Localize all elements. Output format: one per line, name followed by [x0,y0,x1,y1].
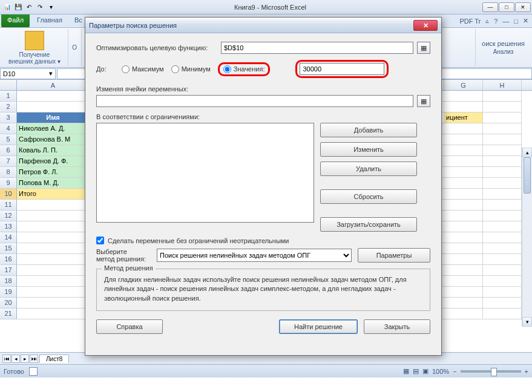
cell[interactable] [483,189,522,200]
cell[interactable] [483,113,522,123]
cell[interactable] [444,298,483,309]
zoom-level[interactable]: 100% [432,368,449,375]
sheet-nav-first-icon[interactable]: ⏮ [2,354,11,363]
ribbon-win-close-icon[interactable]: ✕ [523,17,528,25]
params-button[interactable]: Параметры [358,248,430,263]
zoom-in-icon[interactable]: + [525,368,528,375]
ribbon-win-max-icon[interactable]: □ [514,18,518,25]
undo-icon[interactable]: ↶ [24,2,34,12]
row-header[interactable]: 4 [0,123,17,134]
redo-icon[interactable]: ↷ [35,2,45,12]
changing-input[interactable] [96,95,413,107]
change-constraint-button[interactable]: Изменить [320,142,417,157]
get-external-data-button[interactable]: Получение внешних данных ▾ [6,30,63,66]
cell[interactable] [483,276,522,287]
radio-max[interactable]: Максимум [122,65,164,73]
row-header[interactable]: 14 [0,232,17,243]
sheet-tab[interactable]: Лист8 [39,354,69,363]
cell[interactable] [483,200,522,211]
row-header[interactable]: 11 [0,200,17,211]
select-all-corner[interactable] [0,80,17,90]
cell[interactable] [444,309,483,319]
reset-button[interactable]: Сбросить [320,189,417,204]
namebox-dropdown-icon[interactable]: ▾ [49,70,53,77]
solver-link[interactable]: оиск решения [482,40,525,47]
cell[interactable] [444,276,483,287]
tab-home[interactable]: Главная [31,15,68,27]
close-button[interactable]: Закрыть [364,319,430,334]
dialog-close-button[interactable]: ✕ [413,20,438,31]
row-header[interactable]: 13 [0,221,17,232]
cell[interactable]: Петров Ф. Л. [17,167,90,178]
cell[interactable] [483,211,522,221]
cell[interactable] [483,167,522,178]
ribbon-minimize-icon[interactable]: ▵ [485,17,489,25]
macro-record-icon[interactable] [29,367,38,376]
objective-ref-button[interactable]: ▦ [417,42,430,54]
row-header[interactable]: 10 [0,189,17,200]
cell[interactable]: ициент [444,113,483,123]
cell[interactable] [444,145,483,156]
cell[interactable] [17,200,90,211]
changing-ref-button[interactable]: ▦ [417,95,430,107]
row-header[interactable]: 16 [0,254,17,265]
cell[interactable] [444,287,483,298]
row-header[interactable]: 3 [0,113,17,123]
cell[interactable] [444,265,483,276]
cell[interactable] [444,243,483,254]
cell[interactable] [17,243,90,254]
cell[interactable] [483,123,522,134]
objective-input[interactable] [221,42,413,54]
row-header[interactable]: 19 [0,287,17,298]
cell[interactable] [444,211,483,221]
minimize-button[interactable]: — [482,2,498,12]
row-header[interactable]: 17 [0,265,17,276]
cell[interactable] [483,309,522,319]
ribbon-right-text[interactable]: PDF Tr [459,18,481,25]
scroll-down-icon[interactable]: ▾ [522,317,532,327]
cell[interactable] [17,91,90,102]
zoom-slider[interactable] [461,370,521,373]
radio-min[interactable]: Минимум [171,65,211,73]
cell[interactable] [483,298,522,309]
row-header[interactable]: 12 [0,211,17,221]
cell[interactable]: Итого [17,189,90,200]
help-icon[interactable]: ? [494,18,498,25]
cell[interactable] [444,167,483,178]
col-header-G[interactable]: G [444,80,483,90]
cell[interactable] [483,221,522,232]
cell[interactable] [17,265,90,276]
load-save-button[interactable]: Загрузить/сохранить [320,217,417,232]
row-header[interactable]: 9 [0,178,17,189]
dialog-titlebar[interactable]: Параметры поиска решения ✕ [85,18,441,33]
add-constraint-button[interactable]: Добавить [320,123,417,137]
nonneg-checkbox[interactable] [96,237,104,244]
sheet-nav-prev-icon[interactable]: ◂ [11,354,20,363]
cell[interactable]: Коваль Л. П. [17,145,90,156]
row-header[interactable]: 21 [0,309,17,319]
cell[interactable] [483,145,522,156]
cell[interactable] [483,134,522,145]
row-header[interactable]: 7 [0,156,17,167]
cell[interactable] [444,91,483,102]
cell[interactable] [17,298,90,309]
col-header-A[interactable]: A [17,80,90,90]
qat-dropdown-icon[interactable]: ▾ [46,2,56,12]
sheet-nav-last-icon[interactable]: ⏭ [30,354,38,363]
cell[interactable] [483,232,522,243]
method-select[interactable]: Поиск решения нелинейных задач методом О… [157,249,352,262]
radio-valueof[interactable]: Значения: [223,65,265,73]
cell[interactable] [17,232,90,243]
tab-file[interactable]: Файл [1,15,30,27]
cell[interactable]: Попова М. Д. [17,178,90,189]
cell[interactable] [17,276,90,287]
row-header[interactable]: 8 [0,167,17,178]
cell[interactable] [17,254,90,265]
col-header-H[interactable]: H [483,80,522,90]
vertical-scrollbar[interactable]: ▴ ▾ [522,148,532,327]
constraints-list[interactable] [96,123,314,223]
cell[interactable] [444,123,483,134]
valueof-input[interactable] [300,63,384,75]
cell[interactable] [483,254,522,265]
cell[interactable] [444,200,483,211]
